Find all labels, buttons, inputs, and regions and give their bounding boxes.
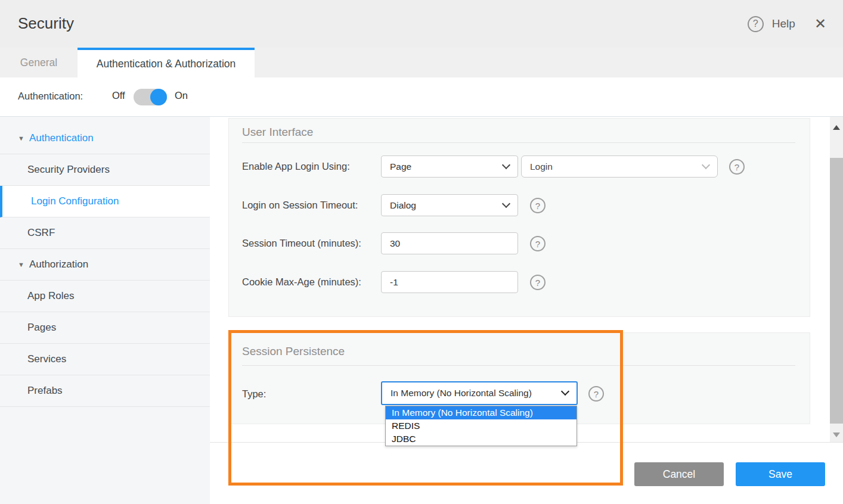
help-icon[interactable]: ? <box>530 236 546 251</box>
settings-sidebar: ▼Authentication Security Providers Login… <box>0 117 210 504</box>
tab-authentication-authorization[interactable]: Authentication & Authorization <box>78 48 255 77</box>
login-using-select[interactable]: Page <box>381 155 518 178</box>
authentication-toggle[interactable] <box>134 89 167 105</box>
sidebar-group-authorization[interactable]: ▼Authorization <box>0 249 210 281</box>
cookie-max-age-label: Cookie Max-Age (minutes): <box>242 271 361 293</box>
chevron-down-icon <box>502 160 510 169</box>
tab-bar: General Authentication & Authorization <box>0 48 843 77</box>
help-icon[interactable]: ? <box>588 386 604 402</box>
vertical-scrollbar[interactable] <box>830 117 843 442</box>
persistence-type-dropdown: In Memory (No Horizontal Scaling) REDIS … <box>385 406 577 446</box>
header-actions: ? Help ✕ <box>748 0 826 48</box>
save-button[interactable]: Save <box>736 462 825 486</box>
session-timeout-label: Session Timeout (minutes): <box>242 232 361 254</box>
help-icon[interactable]: ? <box>748 16 764 32</box>
persistence-type-select[interactable]: In Memory (No Horizontal Scaling) <box>381 381 578 405</box>
dialog-header: Security ? Help ✕ <box>0 0 843 48</box>
page-title: Security <box>18 14 74 33</box>
close-icon[interactable]: ✕ <box>814 17 826 31</box>
type-label: Type: <box>242 382 266 406</box>
authentication-label: Authentication: <box>18 91 83 102</box>
select-value: Login <box>530 161 553 172</box>
login-page-select[interactable]: Login <box>521 155 718 178</box>
sidebar-group-label: Authentication <box>29 132 94 144</box>
tab-general[interactable]: General <box>0 48 78 77</box>
login-on-session-timeout-label: Login on Session Timeout: <box>242 194 358 216</box>
divider <box>242 365 795 366</box>
sidebar-group-label: Authorization <box>29 259 88 270</box>
triangle-down-icon: ▼ <box>18 261 24 268</box>
scroll-up-icon[interactable] <box>833 125 840 130</box>
sidebar-item-login-configuration[interactable]: Login Configuration <box>0 186 210 217</box>
chevron-down-icon <box>561 387 569 396</box>
sidebar-item-security-providers[interactable]: Security Providers <box>0 154 210 186</box>
sidebar-item-csrf[interactable]: CSRF <box>0 217 210 249</box>
section-title: Session Persistence <box>242 345 345 358</box>
session-timeout-input[interactable] <box>381 232 518 254</box>
sidebar-group-authentication[interactable]: ▼Authentication <box>0 123 210 154</box>
dropdown-option-redis[interactable]: REDIS <box>386 419 577 433</box>
user-interface-section: User Interface Enable App Login Using: P… <box>228 118 810 317</box>
help-icon[interactable]: ? <box>530 275 546 290</box>
help-icon[interactable]: ? <box>530 198 546 213</box>
toggle-off-label: Off <box>112 90 125 101</box>
chevron-down-icon <box>702 160 710 169</box>
triangle-down-icon: ▼ <box>18 135 24 142</box>
divider <box>242 142 795 143</box>
scroll-down-icon[interactable] <box>833 433 840 437</box>
select-value: Page <box>390 161 411 172</box>
sidebar-item-prefabs[interactable]: Prefabs <box>0 375 210 407</box>
dropdown-option-jdbc[interactable]: JDBC <box>386 433 577 446</box>
toggle-on-label: On <box>175 90 188 101</box>
toggle-knob <box>150 89 167 105</box>
cookie-max-age-input[interactable] <box>381 271 518 293</box>
dialog-footer: Cancel Save <box>210 442 843 504</box>
cancel-button[interactable]: Cancel <box>634 462 724 486</box>
authentication-toggle-row: Authentication: Off On <box>0 77 843 117</box>
scrollbar-thumb[interactable] <box>830 158 843 424</box>
dropdown-option-in-memory[interactable]: In Memory (No Horizontal Scaling) <box>386 406 577 419</box>
chevron-down-icon <box>502 199 510 207</box>
sidebar-item-pages[interactable]: Pages <box>0 312 210 344</box>
session-timeout-mode-select[interactable]: Dialog <box>381 194 518 216</box>
help-link[interactable]: Help <box>772 17 795 30</box>
select-value: In Memory (No Horizontal Scaling) <box>390 388 532 399</box>
enable-app-login-label: Enable App Login Using: <box>242 155 350 178</box>
sidebar-item-app-roles[interactable]: App Roles <box>0 281 210 312</box>
section-title: User Interface <box>242 126 313 139</box>
sidebar-item-services[interactable]: Services <box>0 344 210 375</box>
select-value: Dialog <box>390 200 416 211</box>
help-icon[interactable]: ? <box>729 159 745 175</box>
